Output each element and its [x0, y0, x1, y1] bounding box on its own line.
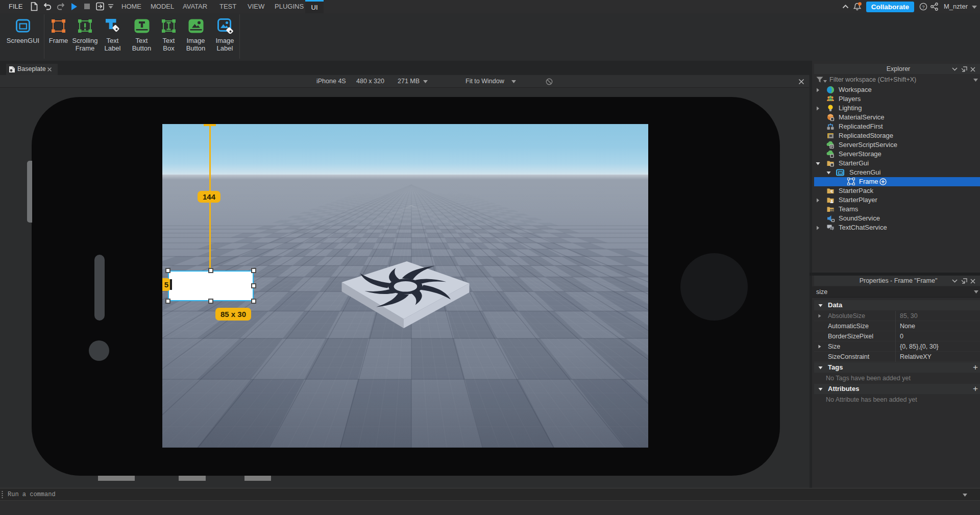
svg-text:?: ?: [922, 4, 924, 10]
